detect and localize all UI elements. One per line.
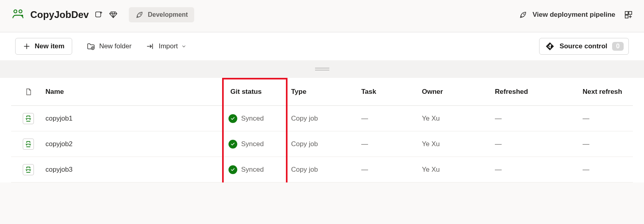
col-header-git-status[interactable]: Git status — [201, 88, 291, 96]
grip-icon — [315, 68, 329, 70]
table-row[interactable]: copyjob3 Synced Copy job — Ye Xu — — — [11, 157, 633, 182]
toolbar: New item New folder Import Source contro… — [0, 32, 644, 60]
view-pipeline-link[interactable]: View deployment pipeline — [519, 10, 615, 19]
col-header-icon — [11, 88, 45, 96]
col-header-refreshed[interactable]: Refreshed — [495, 88, 583, 96]
item-next-refresh: — — [583, 166, 644, 174]
item-task: — — [361, 115, 422, 123]
item-name[interactable]: copyjob3 — [45, 166, 201, 174]
manage-access-icon[interactable] — [624, 10, 633, 19]
resize-handle[interactable] — [0, 60, 644, 78]
item-refreshed: — — [495, 166, 583, 174]
rocket-icon — [135, 10, 144, 19]
workspace-icon — [11, 8, 25, 22]
check-icon — [228, 165, 237, 174]
col-header-name[interactable]: Name — [45, 88, 201, 96]
header-left: CopyJobDev Development — [11, 7, 519, 22]
check-icon — [228, 114, 237, 123]
svg-point-0 — [14, 10, 17, 13]
git-status-text: Synced — [241, 115, 264, 123]
item-refreshed: — — [495, 115, 583, 123]
table-row[interactable]: copyjob1 Synced Copy job — Ye Xu — — — [11, 106, 633, 131]
item-owner: Ye Xu — [422, 115, 495, 123]
item-refreshed: — — [495, 140, 583, 148]
item-git-status: Synced — [201, 114, 291, 123]
items-table: Name Git status Type Task Owner Refreshe… — [0, 78, 644, 182]
environment-label: Development — [148, 11, 188, 18]
header-right: View deployment pipeline — [519, 10, 633, 19]
col-header-owner[interactable]: Owner — [422, 88, 495, 96]
item-git-status: Synced — [201, 140, 291, 149]
table-row[interactable]: copyjob2 Synced Copy job — Ye Xu — — — [11, 131, 633, 157]
svg-rect-6 — [625, 12, 628, 14]
svg-point-1 — [19, 10, 22, 13]
source-control-button[interactable]: Source control 0 — [539, 38, 629, 55]
table-wrap: Name Git status Type Task Owner Refreshe… — [0, 78, 644, 182]
workspace-title: CopyJobDev — [30, 9, 89, 20]
new-folder-label: New folder — [99, 42, 132, 50]
new-item-label: New item — [35, 42, 65, 50]
git-status-text: Synced — [241, 166, 264, 174]
item-name[interactable]: copyjob1 — [45, 115, 201, 123]
source-control-count: 0 — [612, 42, 624, 51]
import-label: Import — [159, 42, 178, 50]
item-name[interactable]: copyjob2 — [45, 140, 201, 148]
col-header-type[interactable]: Type — [291, 88, 361, 96]
item-type-icon — [11, 164, 45, 175]
import-button[interactable]: Import — [146, 42, 187, 51]
item-type: Copy job — [291, 140, 361, 148]
item-type: Copy job — [291, 166, 361, 174]
git-status-text: Synced — [241, 140, 264, 148]
new-item-button[interactable]: New item — [15, 38, 72, 55]
new-folder-button[interactable]: New folder — [87, 42, 132, 51]
svg-point-4 — [140, 14, 141, 15]
view-pipeline-label: View deployment pipeline — [532, 11, 615, 19]
svg-rect-3 — [95, 12, 100, 17]
item-git-status: Synced — [201, 165, 291, 174]
item-type-icon — [11, 113, 45, 124]
svg-rect-8 — [625, 15, 628, 18]
environment-pill[interactable]: Development — [129, 7, 194, 22]
col-header-task[interactable]: Task — [361, 88, 422, 96]
diamond-icon[interactable] — [109, 10, 118, 19]
svg-rect-7 — [629, 12, 632, 14]
create-app-icon[interactable] — [95, 10, 103, 19]
check-icon — [228, 140, 237, 149]
item-next-refresh: — — [583, 115, 644, 123]
source-control-label: Source control — [559, 42, 607, 50]
col-header-next-refresh[interactable]: Next refresh — [583, 88, 644, 96]
item-task: — — [361, 140, 422, 148]
item-owner: Ye Xu — [422, 140, 495, 148]
item-owner: Ye Xu — [422, 166, 495, 174]
item-task: — — [361, 166, 422, 174]
table-header-row: Name Git status Type Task Owner Refreshe… — [11, 78, 633, 106]
item-type: Copy job — [291, 115, 361, 123]
svg-point-5 — [524, 14, 525, 15]
page-header: CopyJobDev Development — [0, 0, 644, 32]
item-type-icon — [11, 139, 45, 150]
item-next-refresh: — — [583, 140, 644, 148]
